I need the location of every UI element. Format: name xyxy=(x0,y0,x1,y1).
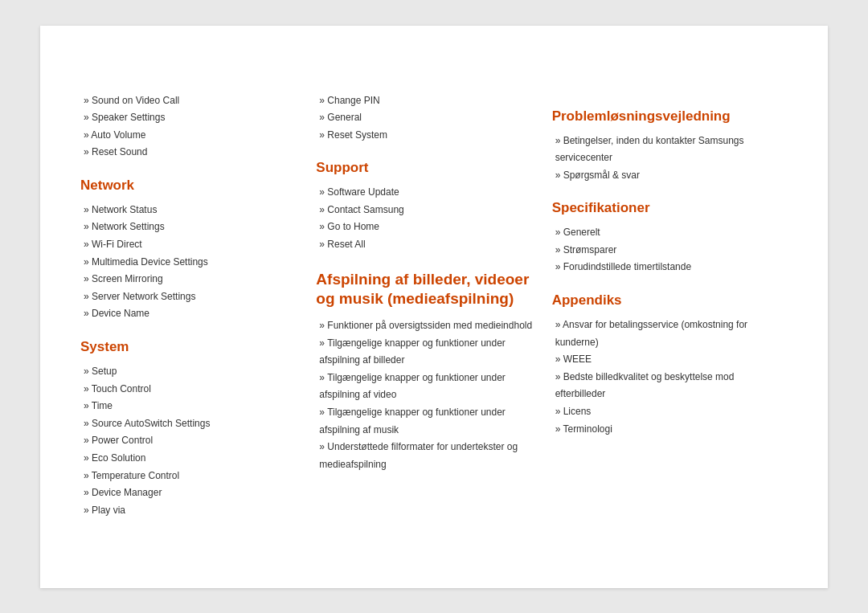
list-item[interactable]: Temperature Control xyxy=(80,468,300,485)
list-item[interactable]: Funktioner på oversigtssiden med mediein… xyxy=(316,317,535,335)
col1-top-items: Sound on Video CallSpeaker SettingsAuto … xyxy=(80,92,300,161)
list-item[interactable]: Change PIN xyxy=(316,92,535,110)
list-item[interactable]: Wi-Fi Direct xyxy=(80,236,300,254)
list-item[interactable]: Server Network Settings xyxy=(80,288,300,306)
col2-top-items: Change PINGeneralReset System xyxy=(316,92,535,145)
list-item[interactable]: Contact Samsung xyxy=(316,202,535,219)
list-item[interactable]: Eco Solution xyxy=(80,450,300,468)
list-item[interactable]: Reset System xyxy=(316,127,535,145)
list-item[interactable]: Play via xyxy=(80,502,300,520)
list-item[interactable]: Spørgsmål & svar xyxy=(552,167,772,185)
list-item[interactable]: Reset Sound xyxy=(80,144,300,161)
list-item[interactable]: Tilgængelige knapper og funktioner under… xyxy=(316,335,535,370)
list-item[interactable]: Source AutoSwitch Settings xyxy=(80,415,300,433)
column-3: ProblemløsningsvejledningBetingelser, in… xyxy=(552,92,788,520)
list-item[interactable]: Strømsparer xyxy=(552,242,772,260)
section-heading: Support xyxy=(316,160,535,176)
list-item[interactable]: Network Status xyxy=(80,202,300,219)
section-heading: Network xyxy=(80,178,300,194)
list-item[interactable]: Ansvar for betalingsservice (omkostning … xyxy=(552,317,772,351)
list-item[interactable]: Setup xyxy=(80,363,300,381)
column-2: Change PINGeneralReset System SupportSof… xyxy=(316,92,551,520)
list-item[interactable]: Touch Control xyxy=(80,381,300,398)
list-item[interactable]: WEEE xyxy=(552,351,772,369)
col3-sections: ProblemløsningsvejledningBetingelser, in… xyxy=(552,108,772,439)
list-item[interactable]: Bedste billedkvalitet og beskyttelse mod… xyxy=(552,369,772,403)
list-item[interactable]: Device Name xyxy=(80,305,300,323)
list-item[interactable]: Sound on Video Call xyxy=(80,92,300,110)
list-item[interactable]: Tilgængelige knapper og funktioner under… xyxy=(316,404,535,439)
col2-sections: SupportSoftware UpdateContact SamsungGo … xyxy=(316,160,535,473)
list-item[interactable]: Power Control xyxy=(80,432,300,450)
page-container: Sound on Video CallSpeaker SettingsAuto … xyxy=(40,26,828,588)
section-heading: Appendiks xyxy=(552,292,772,309)
list-item[interactable]: General xyxy=(316,109,535,127)
section-heading: Afspilning af billeder, videoer og musik… xyxy=(316,270,535,309)
list-item[interactable]: Screen Mirroring xyxy=(80,271,300,288)
section-heading: Problemløsningsvejledning xyxy=(552,108,772,125)
content-columns: Sound on Video CallSpeaker SettingsAuto … xyxy=(80,92,788,520)
list-item[interactable]: Forudindstillede timertilstande xyxy=(552,259,772,276)
column-1: Sound on Video CallSpeaker SettingsAuto … xyxy=(80,92,316,520)
list-item[interactable]: Time xyxy=(80,398,300,415)
list-item[interactable]: Device Manager xyxy=(80,484,300,502)
col1-sections: NetworkNetwork StatusNetwork SettingsWi-… xyxy=(80,178,300,520)
list-item[interactable]: Speaker Settings xyxy=(80,109,300,127)
list-item[interactable]: Terminologi xyxy=(552,421,772,439)
list-item[interactable]: Multimedia Device Settings xyxy=(80,254,300,272)
list-item[interactable]: Go to Home xyxy=(316,219,535,236)
list-item[interactable]: Tilgængelige knapper og funktioner under… xyxy=(316,370,535,404)
list-item[interactable]: Software Update xyxy=(316,184,535,202)
section-heading: Specifikationer xyxy=(552,200,772,216)
list-item[interactable]: Reset All xyxy=(316,236,535,254)
list-item[interactable]: Generelt xyxy=(552,224,772,242)
list-item[interactable]: Betingelser, inden du kontakter Samsungs… xyxy=(552,133,772,167)
list-item[interactable]: Understøttede filformater for undertekst… xyxy=(316,439,535,473)
section-heading: System xyxy=(80,339,300,355)
list-item[interactable]: Licens xyxy=(552,403,772,421)
list-item[interactable]: Network Settings xyxy=(80,219,300,236)
list-item[interactable]: Auto Volume xyxy=(80,127,300,145)
